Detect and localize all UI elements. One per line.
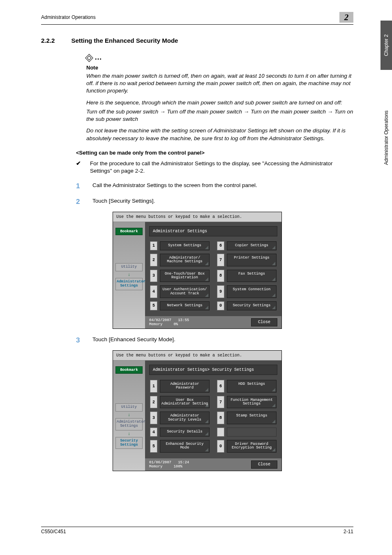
option-fax-settings[interactable]: Fax Settings (227, 270, 277, 282)
arrow-down-icon: ↓ (113, 412, 145, 417)
close-button[interactable]: Close (251, 460, 277, 469)
note-title: Note (86, 65, 353, 71)
bookmark-button[interactable]: Bookmark (115, 228, 143, 235)
section-title: Setting the Enhanced Security Mode (71, 37, 178, 44)
side-tab-chapter: Chapter 2 (380, 21, 392, 70)
status-date: 01/06/2007 (149, 460, 171, 465)
ellipsis-icon: … (95, 53, 102, 61)
step-1: 1 Call the Administrator Settings to the… (76, 182, 353, 190)
option-number: 4 (150, 428, 157, 436)
status-bar: 04/02/2007 13:55 Memory 0% Close (145, 316, 281, 328)
chapter-number-box: 2 (339, 12, 353, 23)
status-time: 13:55 (178, 318, 189, 322)
bookmark-button[interactable]: Bookmark (115, 366, 143, 374)
option-number: 2 (150, 254, 157, 266)
option-copier-settings[interactable]: Copier Settings (227, 241, 277, 250)
step-text: Touch [Enhanced Security Mode]. (92, 336, 175, 345)
step-text: Touch [Security Settings]. (92, 198, 155, 206)
step-3: 3 Touch [Enhanced Security Mode]. (76, 336, 353, 345)
status-bar: 01/06/2007 15:24 Memory 100% Close (145, 458, 281, 471)
option-number: 8 (217, 270, 224, 282)
option-security-details[interactable]: Security Details (160, 428, 210, 436)
option-number: 7 (217, 396, 224, 409)
memory-value: 100% (173, 465, 182, 469)
section-number: 2.2.2 (41, 37, 55, 44)
section-heading: 2.2.2 Setting the Enhanced Security Mode (41, 37, 353, 44)
option-number: 6 (217, 241, 224, 250)
note-para: When the main power switch is turned off… (86, 72, 353, 95)
panel-instruction: Use the menu buttons or keypad to make a… (113, 351, 281, 361)
option-admin-machine[interactable]: Administrator/ Machine Settings (160, 254, 210, 266)
note-para: Here is the sequence, through which the … (86, 99, 353, 106)
note-para: Do not leave the machine with the settin… (86, 127, 353, 142)
note-para: Turn off the sub power switch → Turn off… (86, 108, 353, 123)
panel-header: Administrator Settings (149, 226, 277, 236)
close-button[interactable]: Close (251, 318, 277, 326)
option-number: 9 (217, 285, 224, 298)
option-number: 3 (150, 412, 157, 424)
nav-admin-settings[interactable]: Administrator Settings (115, 418, 143, 430)
option-hdd-settings[interactable]: HDD Settings (227, 380, 277, 393)
memory-value: 0% (173, 322, 178, 326)
note-block: … Note When the main power switch is tur… (86, 54, 353, 142)
page-footer: C550/C451 2-11 (41, 527, 353, 534)
option-admin-security-levels[interactable]: Administrator Security Levels (160, 412, 210, 424)
running-head: Administrator Operations 2 (41, 14, 353, 25)
option-user-auth[interactable]: User Authentication/ Account Track (160, 285, 210, 298)
precondition: ✔ For the procedure to call the Administ… (76, 160, 353, 175)
status-time: 15:24 (178, 460, 189, 465)
option-user-box-admin[interactable]: User Box Administrator Setting (160, 396, 210, 409)
option-number: 5 (150, 301, 157, 310)
option-number: 6 (217, 380, 224, 393)
side-tab-section: Administrator Operations (380, 103, 392, 173)
option-number: 1 (150, 241, 157, 250)
option-onetouch-userbox[interactable]: One-Touch/User Box Registration (160, 270, 210, 282)
option-number: 5 (150, 440, 157, 453)
panel-instruction: Use the menu buttons or keypad to make a… (113, 212, 281, 222)
option-number: 1 (150, 380, 157, 393)
footer-page: 2-11 (344, 529, 353, 534)
option-number: 4 (150, 285, 157, 298)
device-panel-admin-settings: Use the menu buttons or keypad to make a… (113, 212, 282, 329)
option-network-settings[interactable]: Network Settings (160, 301, 210, 310)
option-printer-settings[interactable]: Printer Settings (227, 254, 277, 266)
option-driver-password-encryption[interactable]: Driver Password Encryption Setting (227, 440, 277, 453)
option-number: 0 (217, 301, 224, 310)
option-number: 3 (150, 270, 157, 282)
option-number: 7 (217, 254, 224, 266)
option-system-settings[interactable]: System Settings (160, 241, 210, 250)
memory-label: Memory (149, 322, 162, 326)
device-panel-security-settings: Use the menu buttons or keypad to make a… (113, 350, 282, 471)
option-empty (227, 428, 277, 436)
step-number: 2 (76, 198, 83, 206)
arrow-down-icon: ↓ (113, 272, 145, 277)
precondition-text: For the procedure to call the Administra… (90, 160, 353, 175)
option-stamp-settings[interactable]: Stamp Settings (227, 412, 277, 424)
option-security-settings[interactable]: Security Settings (227, 301, 277, 310)
option-function-mgmt[interactable]: Function Management Settings (227, 396, 277, 409)
nav-security-settings[interactable]: Security Settings (115, 437, 143, 449)
nav-utility[interactable]: Utility (115, 263, 143, 271)
option-number: 8 (217, 412, 224, 424)
option-number: 0 (217, 440, 224, 453)
nav-admin-settings[interactable]: Administrator Settings (115, 278, 143, 290)
nav-utility[interactable]: Utility (115, 403, 143, 412)
memory-label: Memory (149, 465, 162, 469)
step-2: 2 Touch [Security Settings]. (76, 198, 353, 206)
option-admin-password[interactable]: Administrator Password (160, 380, 210, 393)
option-system-connection[interactable]: System Connection (227, 285, 277, 298)
option-number: 2 (150, 396, 157, 409)
status-date: 04/02/2007 (149, 318, 171, 322)
arrow-down-icon: ↓ (113, 431, 145, 436)
option-number-empty (217, 428, 224, 436)
panel-header: Administrator Settings> Security Setting… (149, 365, 277, 375)
note-icon (85, 54, 93, 62)
check-icon: ✔ (76, 160, 81, 175)
step-text: Call the Administrator Settings to the s… (92, 182, 257, 190)
footer-model: C550/C451 (41, 529, 66, 534)
step-number: 3 (76, 336, 83, 345)
sub-heading: <Setting can be made only from the contr… (76, 150, 353, 156)
option-enhanced-security-mode[interactable]: Enhanced Security Mode (160, 440, 210, 453)
step-number: 1 (76, 182, 83, 190)
